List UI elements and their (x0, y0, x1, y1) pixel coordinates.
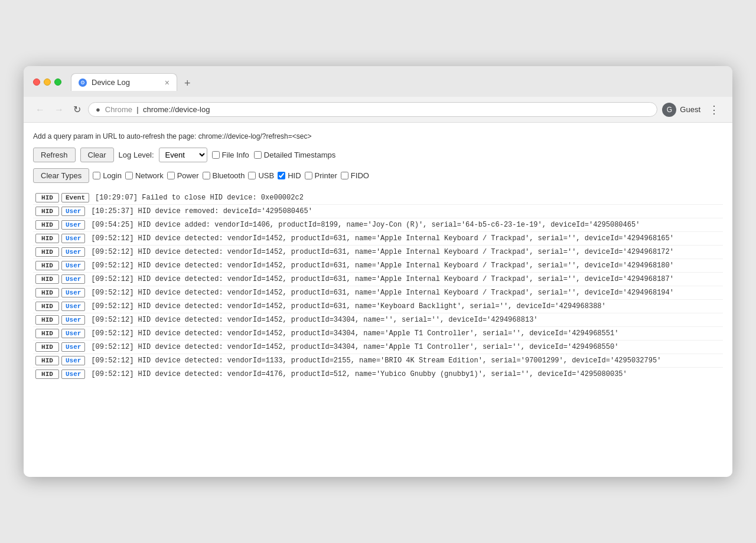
title-bar: ⚙ Device Log × + (24, 66, 732, 97)
log-type-badge: HID (35, 234, 59, 243)
tab-favicon: ⚙ (79, 78, 87, 87)
log-level-badge: User (61, 274, 85, 284)
log-level-badge: User (61, 207, 85, 216)
minimize-window-button[interactable] (44, 78, 51, 86)
toolbar: Refresh Clear Log Level: Event Debug Inf… (33, 148, 723, 162)
log-row: HID User [09:52:12] HID device detected:… (33, 273, 723, 286)
fido-label: FIDO (351, 171, 369, 180)
active-tab[interactable]: ⚙ Device Log × (71, 73, 177, 91)
tab-bar: ⚙ Device Log × + (71, 73, 195, 91)
log-type-badge: HID (35, 342, 59, 352)
fido-checkbox-label[interactable]: FIDO (341, 171, 369, 180)
chrome-menu-button[interactable]: ⋮ (705, 102, 723, 117)
log-row: HID User [09:54:25] HID device added: ve… (33, 218, 723, 232)
log-row: HID User [09:52:12] HID device detected:… (33, 354, 723, 368)
hid-checkbox-label[interactable]: HID (278, 171, 301, 180)
hid-checkbox[interactable] (278, 172, 285, 179)
printer-checkbox[interactable] (305, 172, 312, 179)
clear-types-button[interactable]: Clear Types (33, 168, 89, 183)
log-row: HID User [09:52:12] HID device detected:… (33, 232, 723, 246)
url-lock-icon: ● (96, 105, 100, 114)
log-message: [09:52:12] HID device detected: vendorId… (87, 287, 721, 298)
log-type-badge: HID (35, 247, 59, 257)
log-type-badge: HID (35, 369, 59, 379)
log-level-badge: User (61, 261, 85, 270)
tab-close-button[interactable]: × (165, 78, 170, 87)
log-level-badge: User (61, 329, 85, 338)
network-checkbox[interactable] (125, 172, 133, 179)
power-label: Power (177, 171, 199, 180)
power-checkbox[interactable] (167, 172, 175, 179)
user-menu-button[interactable]: G Guest (662, 103, 700, 117)
close-window-button[interactable] (33, 78, 40, 86)
reload-button[interactable]: ↻ (71, 102, 83, 117)
refresh-button[interactable]: Refresh (33, 148, 76, 162)
usb-checkbox[interactable] (248, 172, 256, 179)
bluetooth-checkbox-label[interactable]: Bluetooth (203, 171, 245, 180)
log-type-badge: HID (35, 315, 59, 325)
log-row: HID User [09:52:12] HID device detected:… (33, 300, 723, 313)
file-info-checkbox-label[interactable]: File Info (212, 151, 249, 159)
log-message: [09:52:12] HID device detected: vendorId… (87, 355, 721, 366)
log-table: HID Event [10:29:07] Failed to close HID… (33, 191, 723, 381)
log-row: HID User [09:52:12] HID device detected:… (33, 327, 723, 341)
detailed-timestamps-checkbox[interactable] (254, 151, 262, 159)
url-separator: | (135, 105, 143, 114)
nav-bar: ← → ↻ ● Chrome | chrome://device-log G G… (24, 97, 732, 123)
forward-button[interactable]: → (52, 102, 66, 117)
printer-checkbox-label[interactable]: Printer (305, 171, 337, 180)
log-message: [09:52:12] HID device detected: vendorId… (87, 315, 721, 325)
user-avatar: G (662, 103, 676, 117)
detailed-timestamps-checkbox-label[interactable]: Detailed Timestamps (254, 151, 335, 159)
log-level-badge: User (61, 220, 85, 230)
usb-checkbox-label[interactable]: USB (248, 171, 274, 180)
log-level-label: Log Level: (119, 151, 154, 159)
bluetooth-checkbox[interactable] (203, 172, 210, 179)
url-bar[interactable]: ● Chrome | chrome://device-log (88, 102, 657, 117)
log-message: [09:52:12] HID device detected: vendorId… (87, 328, 721, 339)
file-info-label: File Info (222, 151, 249, 159)
login-checkbox[interactable] (93, 172, 100, 179)
log-level-badge: User (61, 288, 85, 297)
usb-label: USB (258, 171, 274, 180)
log-message: [10:25:37] HID device removed: deviceId=… (87, 206, 721, 217)
file-info-checkbox[interactable] (212, 151, 220, 159)
log-message: [09:52:12] HID device detected: vendorId… (87, 247, 721, 257)
log-message: [09:52:12] HID device detected: vendorId… (87, 342, 721, 352)
log-type-badge: HID (35, 193, 59, 202)
new-tab-button[interactable]: + (180, 76, 195, 91)
log-level-select[interactable]: Event Debug Info Warning Error (159, 148, 207, 162)
log-row: HID User [09:52:12] HID device detected:… (33, 313, 723, 327)
log-level-badge: User (61, 315, 85, 325)
log-type-badge: HID (35, 220, 59, 230)
log-row: HID User [09:52:12] HID device detected:… (33, 286, 723, 300)
browser-window: ⚙ Device Log × + ← → ↻ ● Chrome | chrome… (24, 66, 732, 477)
log-row: HID User [09:52:12] HID device detected:… (33, 341, 723, 354)
log-row: HID Event [10:29:07] Failed to close HID… (33, 191, 723, 205)
log-type-badge: HID (35, 302, 59, 311)
log-level-badge: Event (61, 193, 89, 202)
log-message: [09:52:12] HID device detected: vendorId… (87, 233, 721, 244)
log-message: [09:52:12] HID device detected: vendorId… (87, 301, 721, 312)
login-label: Login (103, 171, 122, 180)
log-type-badge: HID (35, 207, 59, 216)
printer-label: Printer (315, 171, 337, 180)
log-type-badge: HID (35, 356, 59, 365)
log-row: HID User [09:52:12] HID device detected:… (33, 246, 723, 259)
fido-checkbox[interactable] (341, 172, 348, 179)
back-button[interactable]: ← (33, 102, 47, 117)
log-message: [09:52:12] HID device detected: vendorId… (87, 260, 721, 271)
power-checkbox-label[interactable]: Power (167, 171, 199, 180)
log-message: [09:52:12] HID device detected: vendorId… (87, 274, 721, 284)
url-text: Chrome | chrome://device-log (105, 105, 210, 114)
maximize-window-button[interactable] (54, 78, 61, 86)
user-label: Guest (680, 105, 700, 114)
log-type-badge: HID (35, 261, 59, 270)
tab-title: Device Log (92, 78, 130, 87)
network-checkbox-label[interactable]: Network (125, 171, 164, 180)
log-row: HID User [09:52:12] HID device detected:… (33, 259, 723, 273)
traffic-lights (33, 78, 61, 86)
log-row: HID User [09:52:12] HID device detected:… (33, 368, 723, 381)
clear-button[interactable]: Clear (80, 148, 114, 162)
login-checkbox-label[interactable]: Login (93, 171, 122, 180)
